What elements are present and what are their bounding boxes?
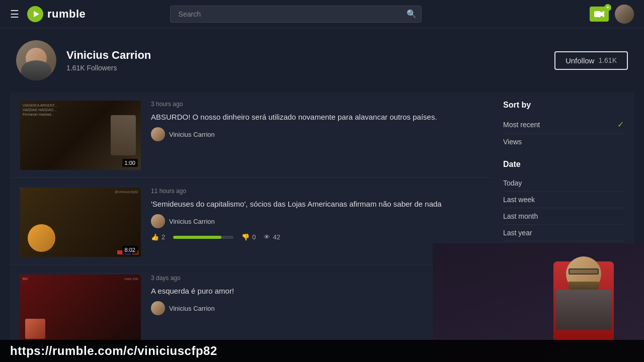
logo[interactable]: rumble — [27, 6, 86, 22]
upload-button[interactable]: + — [590, 7, 609, 22]
date-option-last-month[interactable]: Last month — [503, 208, 624, 225]
dislikes-stat: 👎 0 — [242, 233, 256, 241]
author-avatar — [151, 301, 165, 315]
table-row: VIAGEM A ARGENT...HADDAD HADDAD...Fernan… — [10, 93, 493, 178]
video-author[interactable]: Vinicius Carrion — [151, 127, 483, 141]
header-right: + — [590, 5, 634, 24]
likes-count: 2 — [162, 233, 165, 241]
date-title: Date — [503, 160, 624, 169]
video-thumbnail[interactable]: BN mais info — [20, 275, 141, 344]
sort-title: Sort by — [503, 101, 624, 110]
date-option-last-year[interactable]: Last year — [503, 225, 624, 241]
url-text: https://rumble.com/c/viniciuscfp82 — [10, 344, 217, 358]
video-stats: 👍 2 👎 0 👁 42 — [151, 233, 483, 241]
author-name: Vinicius Carrion — [169, 131, 215, 138]
logo-text: rumble — [47, 8, 86, 21]
video-thumbnail[interactable]: VIAGEM A ARGENT...HADDAD HADDAD...Fernan… — [20, 101, 141, 170]
avatar-image — [615, 5, 634, 24]
check-icon: ✓ — [617, 120, 624, 129]
date-label-last-year: Last year — [503, 229, 532, 237]
profile-avatar-image — [16, 40, 56, 80]
video-time: 11 hours ago — [151, 188, 483, 195]
date-option-today[interactable]: Today — [503, 175, 624, 192]
sort-option-most-recent[interactable]: Most recent ✓ — [503, 116, 624, 134]
author-name: Vinicius Carrion — [169, 305, 215, 312]
url-bar: https://rumble.com/c/viniciuscfp82 — [0, 340, 644, 362]
author-avatar — [151, 214, 165, 228]
svg-rect-2 — [594, 11, 601, 17]
likes-stat: 👍 2 — [151, 233, 165, 241]
dislikes-count: 0 — [252, 233, 256, 241]
video-author[interactable]: Vinicius Carrion — [151, 214, 483, 228]
video-duration: 8:02 — [122, 246, 138, 254]
header: ☰ rumble 🔍 + — [0, 0, 644, 28]
rating-bar — [173, 236, 233, 239]
profile-info: Vinicius Carrion 1.61K Followers — [66, 49, 554, 72]
user-avatar-header[interactable] — [615, 5, 634, 24]
views-stat: 👁 42 — [264, 233, 280, 241]
video-time: 3 hours ago — [151, 101, 483, 108]
rumble-logo-icon — [27, 6, 43, 22]
sort-label-most-recent: Most recent — [503, 121, 540, 129]
sort-section: Sort by Most recent ✓ Views — [503, 101, 624, 150]
menu-icon[interactable]: ☰ — [10, 8, 19, 20]
thumb-face — [28, 224, 55, 252]
profile-section: Vinicius Carrion 1.61K Followers Unfollo… — [0, 28, 644, 93]
unfollow-label: Unfollow — [566, 56, 595, 65]
thumb-text: VIAGEM A ARGENT...HADDAD HADDAD...Fernan… — [23, 103, 57, 117]
table-row: @viniciuscfp82 8:02 11 hours ago 'Semide… — [10, 179, 493, 265]
profile-avatar[interactable] — [16, 40, 56, 80]
author-avatar — [151, 127, 165, 141]
header-left: ☰ rumble — [10, 6, 86, 22]
upload-plus-icon: + — [604, 4, 611, 11]
video-thumbnail[interactable]: @viniciuscfp82 8:02 — [20, 188, 141, 257]
views-count: 42 — [273, 233, 280, 241]
search-button[interactable]: 🔍 — [407, 9, 417, 19]
search-bar: 🔍 — [170, 6, 422, 23]
video-info: 3 hours ago ABSURDO! O nosso dinheiro se… — [151, 101, 483, 170]
video-title[interactable]: ABSURDO! O nosso dinheiro será utilizado… — [151, 112, 483, 122]
sort-option-views[interactable]: Views — [503, 134, 624, 150]
profile-followers: 1.61K Followers — [66, 64, 554, 72]
author-name: Vinicius Carrion — [169, 218, 215, 225]
thumbs-up-icon: 👍 — [151, 233, 159, 241]
video-title[interactable]: 'Semideuses do capitalismo', sócios das … — [151, 199, 483, 209]
thumbs-down-icon: 👎 — [242, 233, 250, 241]
unfollow-count: 1.61K — [598, 56, 617, 64]
date-label-last-week: Last week — [503, 196, 535, 204]
date-label-last-month: Last month — [503, 212, 538, 220]
search-input[interactable] — [170, 6, 422, 23]
date-option-last-week[interactable]: Last week — [503, 192, 624, 208]
camera-icon — [594, 11, 604, 18]
svg-marker-3 — [601, 11, 604, 17]
video-list: VIAGEM A ARGENT...HADDAD HADDAD...Fernan… — [10, 93, 493, 360]
video-duration: 1:00 — [122, 159, 138, 167]
rating-fill — [173, 236, 221, 239]
eye-icon: 👁 — [264, 233, 270, 241]
unfollow-button[interactable]: Unfollow 1.61K — [554, 51, 628, 70]
profile-name: Vinicius Carrion — [66, 49, 554, 62]
date-label-today: Today — [503, 179, 522, 187]
sort-label-views: Views — [503, 138, 522, 146]
